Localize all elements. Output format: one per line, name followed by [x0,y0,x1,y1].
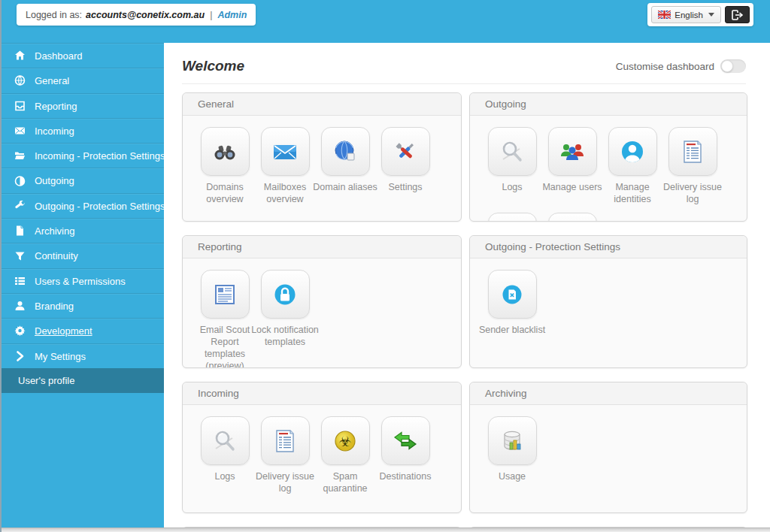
tile-spam-quarantine[interactable]: ☣ Spam quarantine [315,416,375,494]
person-icon [14,301,26,312]
toggle-knob [721,60,733,72]
tile-manage-users[interactable]: Manage users [542,127,602,205]
sidebar-item-incoming[interactable]: Incoming [2,118,164,143]
tile-destinations[interactable]: Destinations [375,416,435,494]
sidebar-item-label: Users & Permissions [35,276,126,287]
tile-label: Email Scout Report templates (preview) [191,324,259,368]
tools-icon [390,137,420,167]
logout-button[interactable] [725,6,750,23]
sidebar-item-label: Branding [35,301,74,312]
magnifier-icon [210,426,240,456]
tile-domain-aliases[interactable]: Domain aliases [315,127,375,205]
logout-icon [731,10,744,20]
tile-label: Settings [371,181,439,193]
tile-label: Spam quarantine [311,470,379,494]
tile-email-scout-report-templates[interactable]: Email Scout Report templates (preview) [195,270,255,368]
sidebar-item-label: Archiving [35,225,74,237]
tile-partial[interactable] [482,213,542,222]
language-selector[interactable]: English [651,6,721,23]
sidebar-item-development[interactable]: Development [2,318,164,343]
card-outgoing: Outgoing Logs Manage users [469,92,747,222]
tile-outgoing-logs[interactable]: Logs [482,127,542,205]
customise-dashboard-label: Customise dashboard [616,61,714,72]
sidebar-item-label: Development [35,325,92,337]
sidebar-item-users-profile[interactable]: User's profile [2,368,164,393]
sidebar-item-label: Dashboard [35,50,83,62]
tile-settings[interactable]: Settings [375,127,435,205]
card-title: Outgoing - Protection Settings [470,236,747,258]
admin-role-link[interactable]: Admin [217,10,247,20]
tile-label: Domains overview [191,181,259,205]
dashboard-cards: General Domains overview Mailboxes overv… [182,92,746,532]
doc-list-icon [678,137,708,167]
logged-in-prefix: Logged in as: [26,10,82,20]
tile-lock-notification-templates[interactable]: Lock notification templates [255,270,315,368]
doc-list-icon [270,426,300,456]
sidebar-item-label: Outgoing [35,175,74,186]
lock-circle-icon [270,280,300,310]
card-reporting: Reporting Email Scout Report templates (… [182,235,462,368]
biohazard-icon: ☣ [330,426,360,456]
tile-mailboxes-overview[interactable]: Mailboxes overview [255,127,315,205]
main-content: Welcome Customise dashboard General Doma… [164,43,770,532]
sidebar-item-incoming-protection[interactable]: Incoming - Protection Settings [2,143,164,168]
sidebar-item-dashboard[interactable]: Dashboard [2,43,164,68]
sidebar-item-branding[interactable]: Branding [2,293,164,318]
funnel-icon [14,250,26,261]
customise-dashboard: Customise dashboard [616,59,746,73]
tile-label: Logs [478,181,546,193]
customise-dashboard-toggle[interactable] [720,59,746,73]
page-title: Welcome [182,58,244,74]
tile-sender-blacklist[interactable]: Sender blacklist [482,270,542,336]
chevron-right-icon [14,350,26,361]
tile-partial[interactable] [542,213,602,222]
logged-in-box: Logged in as: accounts@conetix.com.au | … [17,4,256,26]
tile-incoming-logs[interactable]: Logs [195,416,255,494]
sender-blacklist-icon [497,280,527,310]
sidebar-item-users-permissions[interactable]: Users & Permissions [2,268,164,293]
card-title: Outgoing [470,93,747,116]
tile-domains-overview[interactable]: Domains overview [195,127,255,205]
sidebar-item-label: Reporting [35,101,77,112]
envelope-icon [14,125,26,137]
tile-manage-identities[interactable]: Manage identities [602,127,662,205]
sidebar-item-archiving[interactable]: Archiving [2,218,164,243]
users-group-icon [557,137,587,167]
identity-icon [617,137,647,167]
report-template-icon [210,280,240,310]
sidebar-item-general[interactable]: General [2,68,164,92]
topbar-actions: English [647,3,753,26]
sidebar-item-my-settings[interactable]: My Settings [2,343,164,368]
uk-flag-icon [658,11,671,19]
inbox-icon [14,100,26,111]
tile-label: Delivery issue log [251,470,319,494]
sidebar-item-outgoing[interactable]: Outgoing [2,168,164,192]
sidebar-item-outgoing-protection[interactable]: Outgoing - Protection Settings [2,193,164,218]
tile-label: Manage identities [599,181,666,205]
sidebar-item-label: Outgoing - Protection Settings [35,201,165,212]
tile-label: Logs [191,470,259,482]
file-icon [14,225,26,237]
mail-icon [270,137,300,167]
app-window: Logged in as: accounts@conetix.com.au | … [0,0,770,532]
sidebar-item-label: Continuity [35,250,78,261]
card-general: General Domains overview Mailboxes overv… [182,92,462,222]
tile-label: Manage users [538,181,606,193]
card-title: Reporting [183,236,461,258]
sidebar-item-label: Incoming - Protection Settings [35,150,165,162]
card-outgoing-protection-settings: Outgoing - Protection Settings Sender bl… [469,235,747,368]
tile-incoming-delivery-issue-log[interactable]: Delivery issue log [255,416,315,494]
topbar: Logged in as: accounts@conetix.com.au | … [2,0,770,43]
tile-outgoing-delivery-issue-log[interactable]: Delivery issue log [662,127,723,205]
sidebar-item-continuity[interactable]: Continuity [2,243,164,268]
binoculars-icon [210,137,240,167]
sidebar-item-reporting[interactable]: Reporting [2,93,164,118]
card-title: General [183,93,461,116]
wrench-icon [14,200,26,211]
globe-page-icon [330,137,360,167]
tile-usage[interactable]: Usage [482,416,542,482]
list-icon [14,275,26,286]
database-icon [497,426,527,456]
magnifier-icon [497,137,527,167]
sidebar-item-label: General [35,75,69,86]
